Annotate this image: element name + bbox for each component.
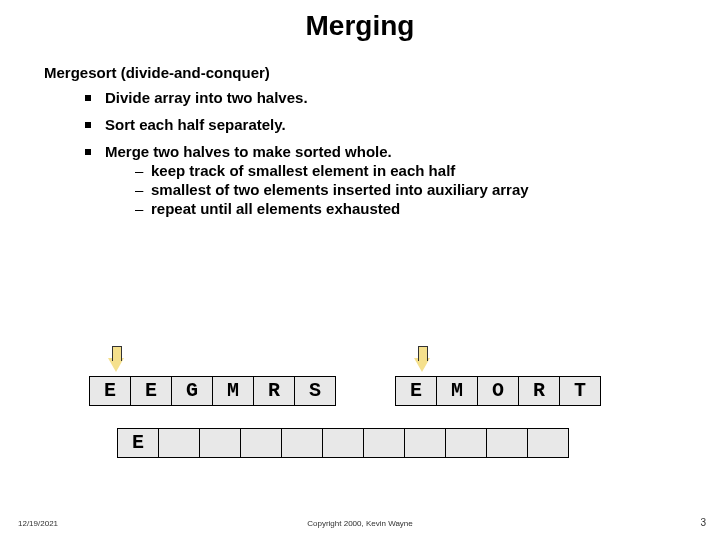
array-cell: G (171, 376, 213, 406)
array-cell: O (477, 376, 519, 406)
array-cell: R (518, 376, 560, 406)
bullet-list: Divide array into two halves. Sort each … (85, 89, 720, 217)
array-cell (199, 428, 241, 458)
array-cell: E (117, 428, 159, 458)
sub-bullet-repeat: repeat until all elements exhausted (135, 200, 720, 217)
sub-bullet-track: keep track of smallest element in each h… (135, 162, 720, 179)
bullet-divide: Divide array into two halves. (85, 89, 720, 106)
slide: Merging Mergesort (divide-and-conquer) D… (0, 0, 720, 540)
array-cell: R (253, 376, 295, 406)
sub-bullet-insert: smallest of two elements inserted into a… (135, 181, 720, 198)
array-cell: M (436, 376, 478, 406)
array-cell: E (89, 376, 131, 406)
auxiliary-array: E (118, 428, 569, 458)
right-half-array: E M O R T (396, 376, 601, 406)
page-title: Merging (0, 0, 720, 42)
footer-copyright: Copyright 2000, Kevin Wayne (0, 519, 720, 528)
array-cell (158, 428, 200, 458)
footer-page: 3 (700, 517, 706, 528)
array-cell (445, 428, 487, 458)
array-cell (240, 428, 282, 458)
array-cell: E (130, 376, 172, 406)
sub-bullet-list: keep track of smallest element in each h… (135, 162, 720, 217)
array-cell (363, 428, 405, 458)
array-cell: T (559, 376, 601, 406)
array-cell: S (294, 376, 336, 406)
section-heading: Mergesort (divide-and-conquer) (44, 64, 720, 81)
array-cell: M (212, 376, 254, 406)
array-cell (404, 428, 446, 458)
array-cell (322, 428, 364, 458)
array-cell (486, 428, 528, 458)
bullet-sort: Sort each half separately. (85, 116, 720, 133)
pointer-arrow-left-icon (108, 358, 124, 372)
array-cell (281, 428, 323, 458)
array-cell: E (395, 376, 437, 406)
bullet-merge-text: Merge two halves to make sorted whole. (105, 143, 392, 160)
left-half-array: E E G M R S (90, 376, 336, 406)
bullet-merge: Merge two halves to make sorted whole. k… (85, 143, 720, 217)
array-cell (527, 428, 569, 458)
pointer-arrow-right-icon (414, 358, 430, 372)
